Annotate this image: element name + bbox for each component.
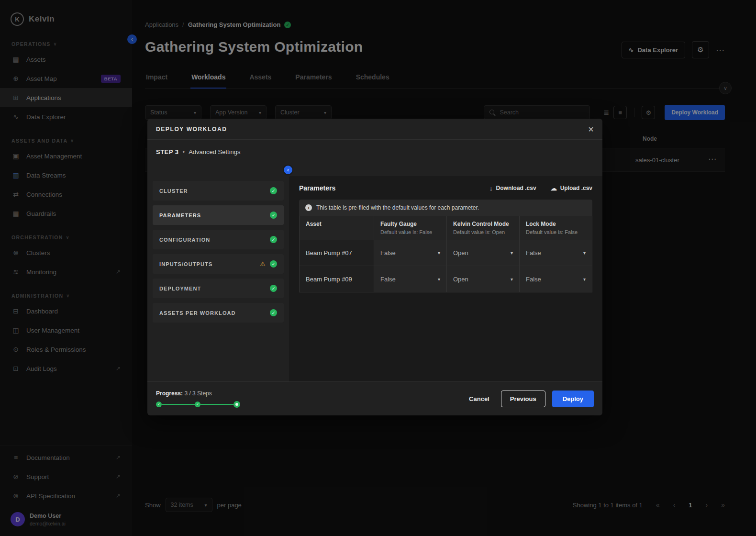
- parameter-row: Beam Pump #09 False ▾ Open ▾ False ▾: [300, 266, 592, 292]
- check-circle-icon: ✓: [270, 309, 277, 316]
- step-inputs-outputs[interactable]: INPUTS/OUTPUTS ⚠ ✓: [153, 254, 284, 274]
- check-circle-icon: ✓: [270, 285, 277, 292]
- caret-down-icon: ▾: [511, 250, 513, 256]
- deploy-workload-modal: DEPLOY WORKLOAD × STEP 3 • Advanced Sett…: [147, 119, 602, 415]
- caret-down-icon: ▾: [583, 277, 586, 282]
- step-cluster[interactable]: CLUSTER ✓: [153, 181, 284, 201]
- asset-name: Beam Pump #07: [300, 240, 374, 266]
- progress-step-current-icon: [233, 401, 240, 408]
- kelvin-control-mode-select[interactable]: Open ▾: [446, 266, 519, 292]
- step-deployment[interactable]: DEPLOYMENT ✓: [153, 279, 284, 298]
- lock-mode-select[interactable]: False ▾: [519, 266, 592, 292]
- step-item-label: ASSETS PER WORKLOAD: [159, 310, 236, 316]
- step-parameters[interactable]: PARAMETERS ✓: [153, 205, 284, 225]
- progress-track: ✓ ✓: [156, 401, 240, 408]
- previous-button[interactable]: Previous: [501, 391, 545, 407]
- cloud-upload-icon: ☁: [551, 185, 557, 192]
- lock-mode-column-header: Lock Mode Default value is: False: [519, 216, 592, 240]
- progress-value: 3 / 3 Steps: [184, 390, 211, 397]
- warning-icon: ⚠: [260, 260, 266, 268]
- asset-column-header: Asset: [300, 216, 374, 240]
- parameters-panel: Parameters ↓ Download .csv ☁ Upload .csv…: [289, 176, 602, 381]
- step-item-label: CLUSTER: [159, 188, 188, 194]
- step-item-label: PARAMETERS: [159, 212, 201, 218]
- close-icon: ×: [588, 124, 594, 134]
- modal-footer: Progress: 3 / 3 Steps ✓ ✓ Cancel Previou…: [147, 381, 602, 415]
- lock-mode-select[interactable]: False ▾: [519, 240, 592, 266]
- select-value: False: [526, 276, 541, 283]
- progress-line: [162, 404, 195, 405]
- caret-down-icon: ▾: [583, 250, 586, 256]
- info-banner: i This table is pre-filed with the defau…: [299, 200, 592, 216]
- modal-close-button[interactable]: ×: [588, 124, 594, 134]
- modal-actions: Cancel Previous Deploy: [464, 391, 594, 407]
- faulty-gauge-select[interactable]: False ▾: [374, 266, 446, 292]
- kelvin-control-mode-column-header: Kelvin Control Mode Default value is: Op…: [446, 216, 519, 240]
- cancel-button[interactable]: Cancel: [464, 391, 494, 407]
- select-value: Open: [453, 276, 468, 283]
- check-circle-icon: ✓: [270, 212, 277, 219]
- deploy-button[interactable]: Deploy: [552, 391, 594, 407]
- parameters-table: Asset Faulty Gauge Default value is: Fal…: [299, 216, 592, 292]
- select-value: Open: [453, 249, 468, 257]
- faulty-gauge-select[interactable]: False ▾: [374, 240, 446, 266]
- step-indicator: STEP 3 • Advanced Settings: [147, 140, 602, 156]
- info-text: This table is pre-filed with the default…: [316, 204, 479, 211]
- step-name: Advanced Settings: [189, 148, 240, 156]
- progress-line: [200, 404, 233, 405]
- check-circle-icon: ✓: [270, 187, 277, 194]
- download-icon: ↓: [489, 185, 493, 192]
- csv-actions: ↓ Download .csv ☁ Upload .csv: [489, 185, 592, 192]
- progress-block: Progress: 3 / 3 Steps ✓ ✓: [156, 390, 240, 408]
- step-assets-per-workload[interactable]: ASSETS PER WORKLOAD ✓: [153, 303, 284, 323]
- upload-csv-label: Upload .csv: [560, 185, 592, 191]
- kelvin-control-mode-select[interactable]: Open ▾: [446, 240, 519, 266]
- progress-text: Progress: 3 / 3 Steps: [156, 390, 240, 397]
- check-circle-icon: ✓: [270, 260, 277, 268]
- progress-label: Progress:: [156, 390, 183, 397]
- steps-list: CLUSTER ✓ PARAMETERS ✓ CONFIGURATION ✓ I…: [147, 165, 289, 381]
- step-label: STEP 3: [156, 148, 179, 156]
- check-circle-icon: ✓: [270, 236, 277, 243]
- modal-header: DEPLOY WORKLOAD ×: [147, 119, 602, 140]
- parameters-table-header: Asset Faulty Gauge Default value is: Fal…: [300, 216, 592, 240]
- step-separator: •: [183, 148, 185, 156]
- step-item-label: INPUTS/OUTPUTS: [159, 261, 212, 267]
- upload-csv-button[interactable]: ☁ Upload .csv: [551, 185, 592, 192]
- step-item-label: DEPLOYMENT: [159, 286, 201, 291]
- faulty-gauge-column-header: Faulty Gauge Default value is: False: [374, 216, 446, 240]
- info-icon: i: [305, 204, 312, 211]
- modal-title: DEPLOY WORKLOAD: [156, 126, 227, 133]
- download-csv-label: Download .csv: [496, 185, 536, 191]
- parameter-row: Beam Pump #07 False ▾ Open ▾ False ▾: [300, 240, 592, 266]
- asset-name: Beam Pump #09: [300, 266, 374, 292]
- progress-step-done-icon: ✓: [156, 402, 162, 407]
- parameters-panel-header: Parameters ↓ Download .csv ☁ Upload .csv: [299, 184, 592, 192]
- select-value: False: [526, 249, 541, 257]
- caret-down-icon: ▾: [438, 277, 440, 282]
- step-configuration[interactable]: CONFIGURATION ✓: [153, 230, 284, 249]
- caret-down-icon: ▾: [511, 277, 513, 282]
- step-item-label: CONFIGURATION: [159, 237, 210, 243]
- select-value: False: [380, 276, 396, 283]
- collapse-steps-button[interactable]: ‹: [283, 165, 293, 175]
- download-csv-button[interactable]: ↓ Download .csv: [489, 185, 536, 192]
- panel-title: Parameters: [299, 184, 335, 192]
- select-value: False: [380, 249, 396, 257]
- modal-body: CLUSTER ✓ PARAMETERS ✓ CONFIGURATION ✓ I…: [147, 165, 602, 381]
- chevron-left-icon: ‹: [287, 167, 289, 173]
- progress-step-done-icon: ✓: [195, 402, 200, 407]
- caret-down-icon: ▾: [438, 250, 440, 256]
